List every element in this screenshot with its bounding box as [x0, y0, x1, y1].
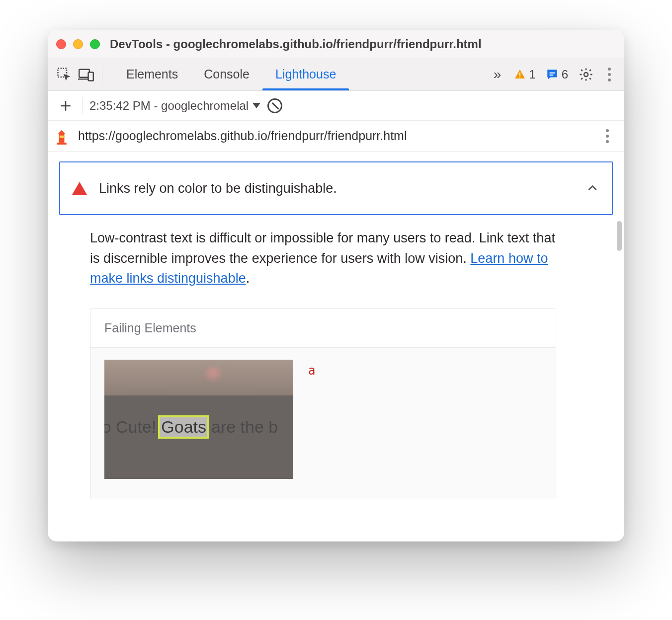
zoom-window-button[interactable] [90, 39, 100, 49]
device-toolbar-icon[interactable] [75, 64, 97, 85]
snippet-post: are the b [211, 417, 278, 437]
failing-elements-panel: Failing Elements So Cute! Goats are the … [90, 309, 556, 499]
new-report-button[interactable] [56, 96, 75, 115]
titlebar: DevTools - googlechromelabs.github.io/fr… [48, 30, 624, 58]
inspect-element-icon[interactable] [53, 64, 75, 85]
element-screenshot[interactable]: So Cute! Goats are the b [104, 360, 293, 479]
devtools-window: DevTools - googlechromelabs.github.io/fr… [48, 30, 624, 542]
svg-rect-4 [519, 73, 520, 76]
chevron-up-icon [586, 182, 599, 195]
divider [82, 97, 83, 114]
svg-rect-12 [60, 135, 64, 138]
caret-down-icon [252, 103, 260, 108]
devtools-tabstrip: Elements Console Lighthouse » 1 [48, 58, 624, 91]
svg-rect-7 [549, 75, 553, 76]
close-window-button[interactable] [56, 39, 66, 49]
report-selector[interactable]: 2:35:42 PM - googlechromelal [89, 99, 260, 113]
audit-title: Links rely on color to be distinguishabl… [99, 181, 573, 196]
window-title: DevTools - googlechromelabs.github.io/fr… [110, 37, 482, 51]
issues-indicator[interactable]: 6 [543, 68, 571, 81]
audit-description: Low-contrast text is difficult or imposs… [90, 228, 557, 289]
lighthouse-toolbar: 2:35:42 PM - googlechromelal [48, 91, 624, 121]
devtools-menu-icon[interactable] [601, 66, 618, 83]
divider [102, 66, 102, 83]
svg-rect-6 [549, 72, 555, 73]
svg-rect-11 [59, 134, 65, 143]
svg-point-8 [584, 73, 588, 77]
report-menu-icon[interactable] [599, 128, 616, 145]
error-icon [72, 182, 87, 195]
svg-rect-5 [519, 77, 520, 78]
warning-icon [514, 69, 526, 80]
warnings-indicator[interactable]: 1 [511, 68, 538, 81]
element-tag[interactable]: a [308, 364, 315, 378]
issues-count: 6 [562, 68, 568, 81]
scrollbar-thumb[interactable] [617, 221, 622, 251]
more-tabs-button[interactable]: » [489, 67, 507, 82]
report-selector-label: 2:35:42 PM - googlechromelal [89, 99, 249, 113]
report-content: Links rely on color to be distinguishabl… [48, 152, 624, 541]
audit-summary-card[interactable]: Links rely on color to be distinguishabl… [59, 161, 613, 215]
minimize-window-button[interactable] [73, 39, 83, 49]
tab-lighthouse[interactable]: Lighthouse [262, 58, 349, 90]
failing-elements-header: Failing Elements [90, 309, 556, 348]
issues-icon [546, 68, 559, 81]
snippet-pre: So Cute! [104, 417, 156, 437]
window-controls [56, 39, 100, 49]
audit-description-post: . [246, 271, 250, 286]
tab-console[interactable]: Console [191, 58, 262, 90]
report-url: https://googlechromelabs.github.io/frien… [78, 129, 591, 143]
report-url-row: https://googlechromelabs.github.io/frien… [48, 121, 624, 152]
collapse-toggle[interactable] [585, 181, 600, 196]
settings-icon[interactable] [575, 64, 597, 85]
lighthouse-icon [53, 128, 70, 145]
svg-rect-3 [88, 72, 93, 80]
svg-rect-13 [57, 143, 66, 145]
clear-report-button[interactable] [267, 98, 282, 113]
tab-elements[interactable]: Elements [113, 58, 191, 90]
warning-count: 1 [529, 68, 535, 81]
snippet-highlight: Goats [158, 415, 209, 439]
